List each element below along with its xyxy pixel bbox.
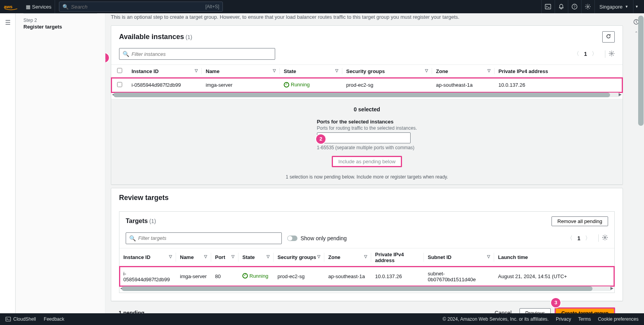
show-pending-label: Show only pending <box>301 235 347 241</box>
aws-logo[interactable]: aws <box>4 3 18 10</box>
account-menu[interactable]: ▼ <box>633 0 640 13</box>
caret-up-icon[interactable]: ⌃ <box>635 31 638 35</box>
tcol-ip[interactable]: Private IPv4 address <box>371 248 424 266</box>
targets-h-scrollbar[interactable]: ◀▶ <box>122 286 612 291</box>
main-content: This is an optional step to create a tar… <box>105 13 628 313</box>
cell-state: Running <box>284 82 310 88</box>
ports-section: 2 0 selected Ports for the selected inst… <box>111 99 623 184</box>
services-menu[interactable]: ▦ Services <box>23 0 55 13</box>
annotation-1: 1 <box>105 53 109 62</box>
available-count: (1) <box>185 34 192 40</box>
available-table: Instance ID▽ Name▽ State▽ Security group… <box>111 64 623 93</box>
previous-button[interactable]: Previous <box>519 308 551 314</box>
available-pager: 〈 1 〉 <box>572 50 615 58</box>
targets-pager: 〈 1 〉 <box>566 234 608 243</box>
tcol-name[interactable]: Name▽ <box>176 248 211 266</box>
global-search[interactable]: 🔍 [Alt+S] <box>59 2 223 12</box>
annotation-3: 3 <box>551 298 560 307</box>
step-title[interactable]: Register targets <box>23 24 97 30</box>
services-label: Services <box>32 4 52 10</box>
caret-down-icon: ▼ <box>625 5 628 9</box>
include-pending-button[interactable]: Include as pending below <box>332 156 402 167</box>
cancel-button[interactable]: Cancel <box>491 308 516 313</box>
annotation-2: 2 <box>316 134 326 144</box>
svg-text:aws: aws <box>4 4 13 9</box>
select-all-checkbox[interactable] <box>117 68 122 73</box>
search-icon: 🔍 <box>123 51 129 57</box>
remove-all-pending-button[interactable]: Remove all pending <box>551 216 608 226</box>
table-settings-icon[interactable] <box>598 234 608 242</box>
pending-count: 1 pending <box>119 310 144 313</box>
col-name[interactable]: Name▽ <box>202 65 280 78</box>
filter-instances-input[interactable] <box>132 51 272 57</box>
top-nav: aws ▦ Services 🔍 [Alt+S] ? Singapore ▼ ▼ <box>0 0 644 13</box>
row-checkbox[interactable] <box>117 82 122 87</box>
intro-text: This is an optional step to create a tar… <box>111 13 623 22</box>
review-targets-panel: Review targets Targets (1) Remove all pe… <box>111 188 623 301</box>
filter-targets-box[interactable]: 🔍 <box>126 232 282 244</box>
tcol-zone[interactable]: Zone▽ <box>324 248 371 266</box>
svg-text:?: ? <box>574 5 576 9</box>
table-h-scrollbar[interactable]: ◀▶ <box>114 93 620 97</box>
tcell-sg: prod-ec2-sg <box>274 266 324 286</box>
page-number: 1 <box>577 235 580 241</box>
selected-count: 0 selected <box>119 106 615 112</box>
tcol-launch[interactable]: Launch time <box>494 248 614 266</box>
hamburger-icon[interactable]: ☰ <box>5 19 11 26</box>
ports-input[interactable] <box>317 132 411 143</box>
col-sg[interactable]: Security groups▽ <box>342 65 432 78</box>
search-icon: 🔍 <box>62 4 69 10</box>
settings-icon[interactable] <box>581 0 594 13</box>
search-input[interactable] <box>71 4 205 10</box>
tcol-instance-id[interactable]: Instance ID▽ <box>119 248 176 266</box>
help-icon[interactable]: ? <box>568 0 581 13</box>
svg-point-6 <box>604 237 606 238</box>
instance-row[interactable]: i-0585944d987f2db99 imga-server Running … <box>111 78 623 93</box>
wizard-sidebar: Step 2 Register targets <box>16 13 105 313</box>
tcol-state[interactable]: State▽ <box>238 248 274 266</box>
tcell-ip: 10.0.137.26 <box>371 266 424 286</box>
col-instance-id[interactable]: Instance ID▽ <box>128 65 202 78</box>
prev-page-button[interactable]: 〈 <box>572 50 581 58</box>
tcell-name: imga-server <box>176 266 211 286</box>
page-actions: 3 1 pending Cancel Previous Create targe… <box>111 301 623 314</box>
prev-page-button[interactable]: 〈 <box>566 234 574 243</box>
col-state[interactable]: State▽ <box>280 65 342 78</box>
show-pending-toggle[interactable] <box>287 236 297 241</box>
cloudshell-icon[interactable] <box>541 0 555 13</box>
cell-ip: 10.0.137.26 <box>495 78 623 93</box>
svg-point-5 <box>611 53 612 54</box>
target-row[interactable]: i-0585944d987f2db99 imga-server 80 Runni… <box>119 266 614 286</box>
region-selector[interactable]: Singapore ▼ <box>594 0 633 13</box>
filter-instances-box[interactable]: 🔍 <box>119 48 275 60</box>
next-page-button[interactable]: 〉 <box>584 234 592 243</box>
col-zone[interactable]: Zone▽ <box>432 65 495 78</box>
tcol-port[interactable]: Port▽ <box>211 248 238 266</box>
tcell-instance-id: i-0585944d987f2db99 <box>119 266 176 286</box>
col-ip[interactable]: Private IPv4 address <box>495 65 623 78</box>
create-target-group-button[interactable]: Create target group <box>555 307 615 314</box>
page-number: 1 <box>584 51 587 57</box>
refresh-button[interactable] <box>602 31 615 43</box>
tcell-port: 80 <box>211 266 238 286</box>
cell-instance-id: i-0585944d987f2db99 <box>128 78 202 93</box>
right-rail: ⌃ <box>628 13 644 313</box>
tcol-subnet[interactable]: Subnet ID▽ <box>424 248 494 266</box>
search-icon: 🔍 <box>129 235 136 241</box>
targets-title: Targets <box>126 218 148 225</box>
filter-targets-input[interactable] <box>138 235 278 241</box>
targets-inner-panel: Targets (1) Remove all pending 🔍 Show on… <box>119 211 615 293</box>
page-v-scrollbar[interactable] <box>638 16 644 313</box>
svg-point-4 <box>587 6 589 7</box>
notifications-icon[interactable] <box>555 0 568 13</box>
next-page-button[interactable]: 〉 <box>590 50 599 58</box>
pending-message: 1 selection is now pending below. Includ… <box>119 174 615 180</box>
tcol-sg[interactable]: Security groups▽ <box>274 248 324 266</box>
available-title: Available instances <box>119 33 184 41</box>
nav-toggle-rail: ☰ <box>0 13 16 313</box>
table-settings-icon[interactable] <box>605 50 615 58</box>
targets-count: (1) <box>149 218 156 224</box>
tcell-subnet: subnet-0b07670bd1511d40e <box>424 266 494 286</box>
targets-table: Instance ID▽ Name▽ Port▽ State▽ Security… <box>119 248 614 286</box>
running-icon <box>284 82 289 88</box>
